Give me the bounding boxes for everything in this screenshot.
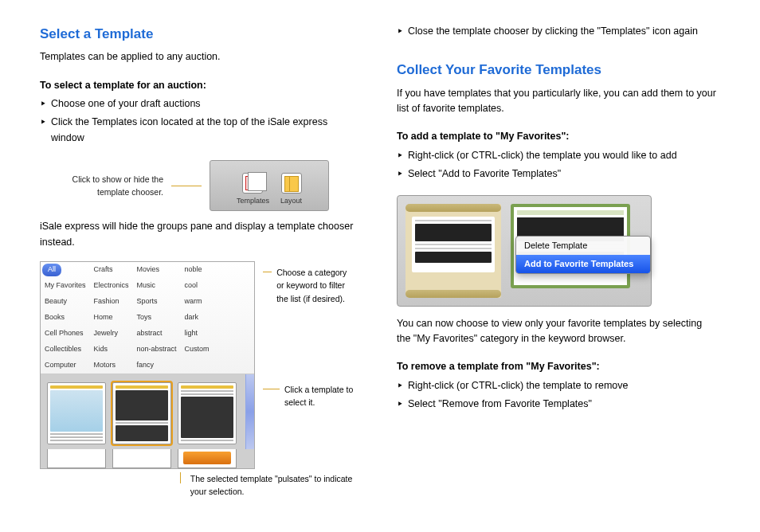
step: Select "Remove from Favorite Templates" (397, 397, 717, 412)
category[interactable]: Cell Phones (41, 326, 90, 342)
step: Right-click (or CTRL-click) the template… (397, 378, 717, 393)
category[interactable]: Music (133, 278, 181, 294)
menu-delete-template[interactable]: Delete Template (516, 237, 650, 255)
step: Close the template chooser by clicking t… (397, 24, 717, 39)
step: Select "Add to Favorite Templates" (397, 166, 717, 182)
callout-category: Choose a category or keyword to filter t… (263, 266, 355, 305)
category[interactable]: Jewelry (90, 326, 133, 342)
category-all[interactable]: All (42, 264, 61, 276)
layout-label: Layout (280, 196, 302, 207)
category[interactable]: Movies (133, 262, 181, 278)
category[interactable]: Motors (90, 358, 133, 374)
right-column: Close the template chooser by clicking t… (397, 24, 717, 508)
template-thumbnail-selected[interactable] (112, 382, 171, 444)
category[interactable]: Kids (90, 342, 133, 358)
hide-text: iSale express will hide the groups pane … (40, 219, 360, 250)
collect-text: If you have templates that you particula… (397, 86, 717, 117)
step: Click the Templates icon located at the … (40, 115, 360, 146)
template-thumbnails (41, 374, 254, 449)
step: Right-click (or CTRL-click) the template… (397, 148, 717, 163)
category[interactable]: Sports (133, 294, 181, 310)
category[interactable]: abstract (133, 326, 181, 342)
category[interactable]: noble (181, 262, 217, 278)
toolbar-figure: Click to show or hide the template choos… (40, 160, 360, 211)
template-thumbnails-row2 (41, 449, 254, 468)
templates-button[interactable]: Templates (237, 173, 269, 207)
category[interactable]: Toys (133, 310, 181, 326)
template-thumbnail[interactable] (178, 449, 237, 468)
subhead-select: To select a template for an auction: (40, 78, 360, 93)
heading-select-template: Select a Template (40, 24, 360, 45)
layout-icon (281, 173, 302, 194)
chooser-figure: All Crafts Movies noble My Favorites Ele… (40, 261, 360, 469)
templates-icon (242, 173, 263, 194)
connector-line (171, 186, 202, 186)
category[interactable]: Collectibles (41, 342, 90, 358)
close-step: Close the template chooser by clicking t… (397, 24, 717, 42)
category[interactable]: Home (90, 310, 133, 326)
template-thumbnail[interactable] (112, 449, 171, 468)
view-favorites-text: You can now choose to view only your fav… (397, 316, 717, 347)
callout-pulsate: The selected template "pulsates" to indi… (180, 472, 360, 499)
category[interactable]: Fashion (90, 294, 133, 310)
category[interactable]: Crafts (90, 262, 133, 278)
category[interactable]: warm (181, 294, 217, 310)
category[interactable]: Custom (181, 342, 217, 358)
remove-steps: Right-click (or CTRL-click) the template… (397, 378, 717, 416)
category[interactable]: cool (181, 278, 217, 294)
template-chooser: All Crafts Movies noble My Favorites Ele… (40, 261, 255, 469)
subhead-remove: To remove a template from "My Favorites"… (397, 359, 717, 374)
step: Choose one of your draft auctions (40, 96, 360, 111)
chooser-callouts: Choose a category or keyword to filter t… (263, 266, 355, 409)
category[interactable]: fancy (133, 358, 181, 374)
category[interactable]: non-abstract (133, 342, 181, 358)
category[interactable]: My Favorites (41, 278, 90, 294)
context-menu-figure: Delete Template Add to Favorite Template… (397, 195, 652, 307)
heading-collect: Collect Your Favorite Templates (397, 60, 717, 80)
template-thumbnail[interactable] (47, 449, 106, 468)
subhead-add: To add a template to "My Favorites": (397, 129, 717, 144)
category[interactable]: dark (181, 310, 217, 326)
intro-text: Templates can be applied to any auction. (40, 49, 360, 65)
category[interactable]: Beauty (41, 294, 90, 310)
category-grid: All Crafts Movies noble My Favorites Ele… (41, 262, 254, 374)
category[interactable]: Books (41, 310, 90, 326)
callout-toolbar: Click to show or hide the template choos… (40, 173, 163, 199)
callout-click-template: Click a template to select it. (263, 383, 355, 409)
template-thumbnail[interactable] (178, 382, 237, 444)
add-steps: Right-click (or CTRL-click) the template… (397, 148, 717, 186)
category[interactable]: light (181, 326, 217, 342)
menu-add-to-favorites[interactable]: Add to Favorite Templates (516, 255, 650, 273)
category[interactable]: Electronics (90, 278, 133, 294)
scroll-template-thumb[interactable] (405, 204, 501, 298)
toolbar: Templates Layout (210, 160, 329, 211)
templates-label: Templates (237, 196, 269, 207)
context-menu: Delete Template Add to Favorite Template… (515, 236, 651, 274)
left-column: Select a Template Templates can be appli… (40, 24, 360, 508)
template-thumbnail[interactable] (47, 382, 106, 444)
layout-button[interactable]: Layout (280, 173, 302, 207)
category[interactable]: Computer (41, 358, 90, 374)
select-steps: Choose one of your draft auctions Click … (40, 96, 360, 149)
